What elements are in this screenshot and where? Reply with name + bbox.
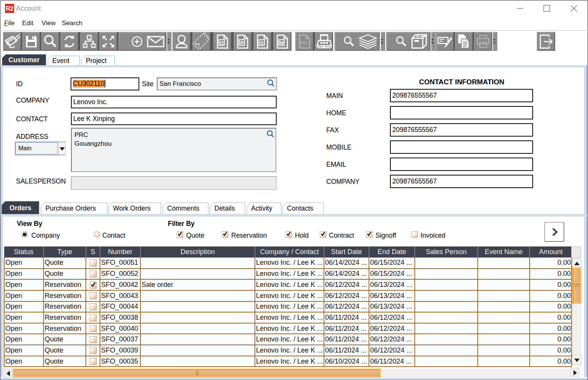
svg-text:Q: Q (220, 40, 224, 45)
svg-text:M: M (280, 40, 284, 45)
svg-text:S: S (260, 40, 264, 45)
svg-text:PO: PO (300, 40, 307, 45)
svg-text:R: R (240, 40, 244, 45)
